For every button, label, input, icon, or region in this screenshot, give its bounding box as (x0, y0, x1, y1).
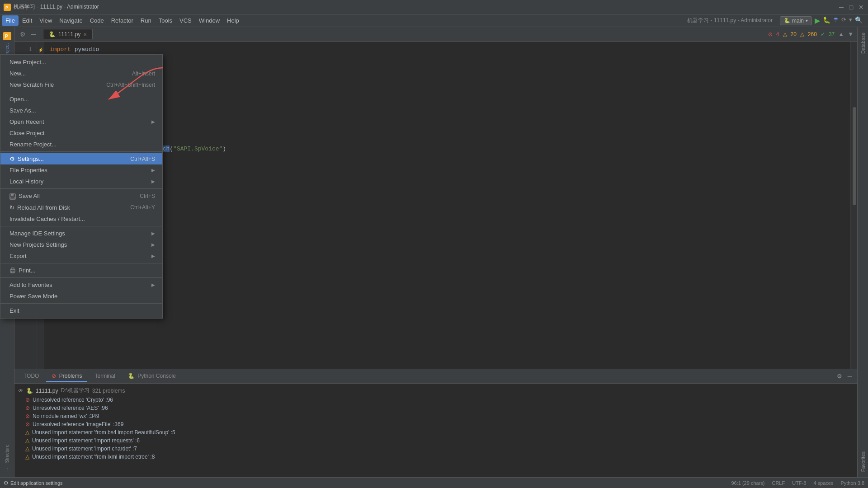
menu-item-file-properties[interactable]: File Properties ▶ (0, 164, 162, 176)
minimize-panel-icon[interactable]: ─ (29, 29, 38, 40)
menu-item-print[interactable]: Print... (0, 265, 162, 277)
encoding[interactable]: UTF-8 (792, 480, 806, 486)
menu-item-manage-ide[interactable]: Manage IDE Settings ▶ (0, 228, 162, 239)
svg-rect-5 (11, 194, 14, 196)
menu-item-settings[interactable]: ⚙ Settings... Ctrl+Alt+S (0, 153, 162, 164)
menu-item-rename-project[interactable]: Rename Project... (0, 139, 162, 150)
menu-refactor[interactable]: Refactor (108, 15, 137, 26)
menu-item-new-projects-settings[interactable]: New Projects Settings ▶ (0, 239, 162, 250)
menu-item-reload-all[interactable]: ↻ Reload All from Disk Ctrl+Alt+Y (0, 202, 162, 213)
sidebar-icon-idea[interactable]: P (1, 30, 14, 42)
gear-icon[interactable]: ⚙ (18, 29, 28, 40)
code-line-5: from bs4 import BeautifulSoup (50, 81, 844, 90)
scroll-down-icon[interactable]: ▼ (848, 31, 854, 38)
menu-navigate[interactable]: Navigate (56, 15, 86, 26)
run-config-dropdown-icon[interactable]: ▾ (806, 18, 808, 23)
code-line-1: import pyaudio (50, 45, 844, 54)
menu-run[interactable]: Run (137, 15, 155, 26)
menu-item-export[interactable]: Export ▶ (0, 250, 162, 262)
scroll-thumb[interactable] (853, 107, 856, 205)
run-button[interactable]: ▶ (815, 16, 820, 25)
problem-item-6[interactable]: △ Unused import statement 'import reques… (14, 436, 857, 445)
close-button[interactable]: ✕ (858, 4, 864, 10)
profile-button[interactable]: ⟳ (841, 16, 846, 25)
tab-close-icon[interactable]: ✕ (83, 32, 87, 37)
problems-panel: TODO ⊘ Problems Terminal 🐍 Python Consol… (14, 369, 857, 477)
menu-file[interactable]: File (2, 15, 19, 26)
database-label[interactable]: Database (859, 31, 867, 56)
menu-item-save-as[interactable]: Save As... (0, 105, 162, 116)
app-icon: P (4, 4, 11, 11)
search-everywhere-button[interactable]: 🔍 (855, 16, 863, 25)
scroll-up-icon[interactable]: ▲ (838, 31, 844, 38)
file-dropdown-menu: New Project... New... Alt+Insert New Scr… (0, 54, 163, 319)
line-ending[interactable]: CRLF (772, 480, 785, 486)
eye-icon: 👁 (18, 388, 24, 394)
error-count-icon: ⊘ (768, 31, 773, 38)
run-dropdown-button[interactable]: ▾ (849, 16, 852, 25)
sidebar-icon-dots[interactable]: ⋮ (1, 462, 14, 474)
menu-help[interactable]: Help (223, 15, 243, 26)
separator-4 (0, 226, 162, 226)
menu-item-new[interactable]: New... Alt+Insert (0, 68, 162, 79)
minimize-button[interactable]: ─ (838, 4, 844, 10)
panel-tab-python-console[interactable]: 🐍 Python Console (123, 371, 181, 382)
menu-item-invalidate-caches[interactable]: Invalidate Caches / Restart... (0, 213, 162, 225)
python-version[interactable]: Python 3.8 (840, 480, 864, 486)
code-line-9: import pyttsx3 (50, 117, 844, 127)
menu-item-open-recent[interactable]: Open Recent ▶ (0, 116, 162, 127)
problem-item-2[interactable]: ⊘ Unresolved reference 'AES' :96 (14, 404, 857, 412)
indent-size[interactable]: 4 spaces (813, 480, 833, 486)
menu-bar: File Edit View Navigate Code Refactor Ru… (0, 14, 868, 27)
problem-item-1[interactable]: ⊘ Unresolved reference 'Crypto' :96 (14, 396, 857, 404)
panel-settings-icon[interactable]: ⚙ (835, 371, 844, 381)
maximize-button[interactable]: □ (848, 4, 854, 10)
scrollbar-track (850, 42, 857, 369)
menu-code[interactable]: Code (86, 15, 108, 26)
menu-view[interactable]: View (36, 15, 56, 26)
favorites-label[interactable]: Favorites (859, 450, 867, 474)
menu-item-local-history[interactable]: Local History ▶ (0, 176, 162, 187)
title-bar: P 机器学习 - 11111.py - Administrator ─ □ ✕ (0, 0, 868, 14)
problem-item-5[interactable]: △ Unused import statement 'from bs4 impo… (14, 428, 857, 436)
panel-tab-todo[interactable]: TODO (18, 371, 44, 382)
warn-icon-2: △ (25, 437, 29, 444)
menu-vcs[interactable]: VCS (176, 15, 195, 26)
menu-item-open[interactable]: Open... (0, 94, 162, 105)
main-layout: P Project Structure ⋮ New Project... New… (0, 27, 868, 477)
menu-item-save-all[interactable]: Save All Ctrl+S (0, 190, 162, 202)
menu-tools[interactable]: Tools (155, 15, 176, 26)
coverage-button[interactable]: ☂ (833, 16, 839, 25)
svg-rect-9 (11, 271, 14, 273)
panel-minimize-icon[interactable]: ─ (846, 371, 854, 381)
problem-item-3[interactable]: ⊘ No module named 'wx' :349 (14, 412, 857, 420)
code-content[interactable]: import pyaudio import wave import win32c… (44, 42, 850, 369)
problem-item-4[interactable]: ⊘ Unresolved reference 'imageFile' :369 (14, 420, 857, 428)
sidebar-icon-structure[interactable]: Structure (1, 447, 14, 460)
separator-7 (0, 303, 162, 304)
problem-item-7[interactable]: △ Unused import statement 'import charde… (14, 445, 857, 453)
menu-window[interactable]: Window (195, 15, 223, 26)
right-scrollbar[interactable] (850, 42, 857, 369)
panel-tab-terminal[interactable]: Terminal (89, 371, 120, 382)
run-config-selector[interactable]: 🐍 main ▾ (780, 16, 812, 25)
cursor-position[interactable]: 96:1 (29 chars) (731, 480, 764, 486)
menu-edit[interactable]: Edit (19, 15, 36, 26)
panel-tab-problems[interactable]: ⊘ Problems (46, 371, 87, 382)
open-recent-arrow: ▶ (151, 119, 155, 124)
error-counts: ⊘ 4 △ 20 △ 260 ✓ 37 ▲ ▼ (768, 31, 854, 38)
code-line-3: import win32com.client1 (50, 63, 844, 72)
menu-item-add-to-favorites[interactable]: Add to Favorites ▶ (0, 279, 162, 291)
menu-item-exit[interactable]: Exit (0, 305, 162, 316)
menu-item-new-project[interactable]: New Project... (0, 56, 162, 68)
svg-rect-8 (11, 268, 14, 270)
menu-item-new-scratch[interactable]: New Scratch File Ctrl+Alt+Shift+Insert (0, 79, 162, 90)
menu-item-power-save[interactable]: Power Save Mode (0, 291, 162, 302)
menu-item-close-project[interactable]: Close Project (0, 127, 162, 139)
editor-tab-active[interactable]: 🐍 11111.py ✕ (43, 29, 93, 39)
problem-item-8[interactable]: △ Unused import statement 'from lxml imp… (14, 453, 857, 461)
problems-list: 👁 🐍 11111.py D:\机器学习 321 problems ⊘ Unre… (14, 384, 857, 477)
code-line-4: from aip import AipSpeech (50, 72, 844, 81)
separator-5 (0, 263, 162, 263)
debug-button[interactable]: 🐛 (823, 16, 830, 25)
